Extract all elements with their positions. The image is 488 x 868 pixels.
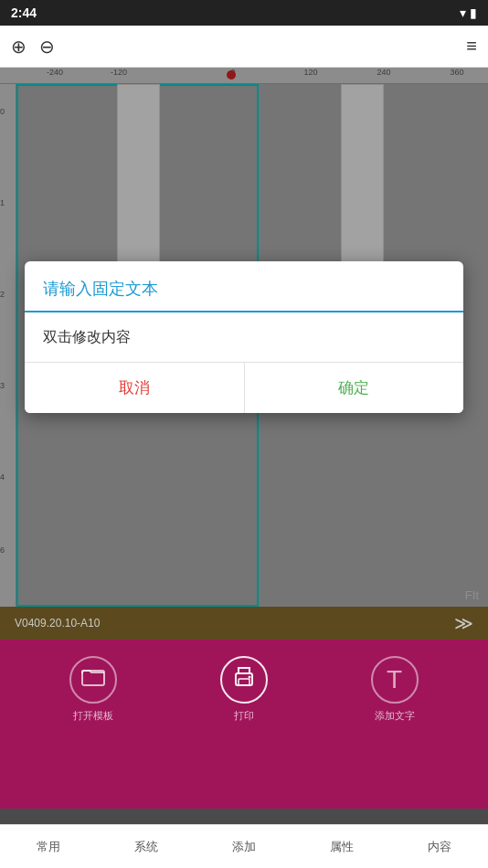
folder-icon xyxy=(80,664,106,695)
cancel-button[interactable]: 取消 xyxy=(25,363,245,413)
nav-label-common: 常用 xyxy=(37,839,60,855)
open-template-icon-circle xyxy=(69,656,117,704)
zoom-in-icon[interactable]: ⊕ xyxy=(11,36,27,58)
battery-icon: ▮ xyxy=(470,5,477,20)
tool-item-open-template[interactable]: 打开模板 xyxy=(69,656,117,723)
nav-label-properties: 属性 xyxy=(330,839,354,855)
tool-item-add-text[interactable]: T 添加文字 xyxy=(371,656,419,723)
add-text-label: 添加文字 xyxy=(375,709,415,723)
status-time: 2:44 xyxy=(11,5,37,20)
dialog-input-area[interactable] xyxy=(25,312,463,363)
add-text-icon-circle: T xyxy=(371,656,419,704)
nav-item-add[interactable]: 添加 xyxy=(196,825,293,868)
nav-label-system: 系统 xyxy=(134,839,158,855)
zoom-out-icon[interactable]: ⊖ xyxy=(39,36,55,58)
tool-item-print[interactable]: 打印 xyxy=(220,656,268,723)
dialog-title: 请输入固定文本 xyxy=(25,261,463,312)
toolbar: ⊕ ⊖ ≡ xyxy=(0,26,488,68)
chevron-down-icon[interactable]: ≫ xyxy=(454,612,473,634)
print-label: 打印 xyxy=(234,709,254,723)
dialog-input[interactable] xyxy=(43,325,445,349)
bottom-tools: 打开模板 打印 T 添加文字 xyxy=(0,656,488,723)
nav-label-content: 内容 xyxy=(428,839,451,855)
status-bar: 2:44 ▾ ▮ xyxy=(0,0,488,26)
bottom-nav: 常用 系统 添加 属性 内容 xyxy=(0,824,488,868)
svg-rect-2 xyxy=(239,679,249,685)
print-icon-circle xyxy=(220,656,268,704)
nav-label-add: 添加 xyxy=(232,839,256,855)
wifi-icon: ▾ xyxy=(460,5,466,20)
nav-item-common[interactable]: 常用 xyxy=(0,825,98,868)
version-bar: V0409.20.10-A10 ≫ xyxy=(0,607,488,640)
nav-item-content[interactable]: 内容 xyxy=(390,825,488,868)
menu-icon[interactable]: ≡ xyxy=(466,36,477,57)
nav-item-properties[interactable]: 属性 xyxy=(292,825,390,868)
nav-item-system[interactable]: 系统 xyxy=(98,825,196,868)
dialog: 请输入固定文本 取消 确定 xyxy=(25,261,463,413)
version-text: V0409.20.10-A10 xyxy=(15,617,100,630)
printer-icon xyxy=(230,663,258,696)
dialog-actions: 取消 确定 xyxy=(25,363,463,413)
status-icons: ▾ ▮ xyxy=(460,5,477,20)
bottom-panel: 打开模板 打印 T 添加文字 xyxy=(0,640,488,809)
open-template-label: 打开模板 xyxy=(73,709,113,723)
svg-point-3 xyxy=(248,676,250,679)
confirm-button[interactable]: 确定 xyxy=(245,363,464,413)
text-t-icon: T xyxy=(387,665,402,694)
dialog-overlay: 请输入固定文本 取消 确定 xyxy=(0,68,488,607)
